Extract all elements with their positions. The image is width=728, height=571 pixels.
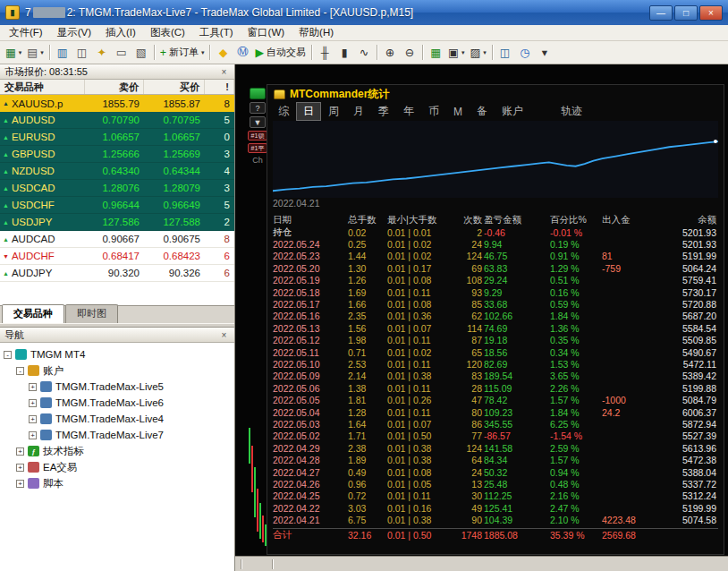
mtc-tab-账户[interactable]: 账户: [495, 102, 530, 121]
tile-windows-button[interactable]: ◫: [495, 43, 515, 62]
menu-item-5[interactable]: 窗口(W): [241, 25, 292, 40]
stats-row[interactable]: 2022.04.281.890.01 | 0.386484.341.57 %54…: [273, 454, 718, 465]
mw-col-3[interactable]: !: [205, 80, 234, 94]
mtc-tab-M[interactable]: M: [446, 104, 470, 120]
periods-button[interactable]: ▣▾: [445, 43, 467, 62]
profiles-button[interactable]: ▤▾: [24, 43, 46, 62]
data-window-button[interactable]: ◫: [72, 43, 92, 62]
tree-item[interactable]: +TMGM.TradeMax-Live5: [4, 379, 234, 395]
quick-close-button[interactable]: #1平: [248, 143, 267, 153]
stats-row[interactable]: 2022.05.131.560.01 | 0.0711474.691.36 %5…: [273, 322, 718, 334]
tree-item[interactable]: +脚本: [4, 475, 234, 491]
tree-item[interactable]: +EA交易: [4, 459, 234, 475]
tree-item[interactable]: +TMGM.TradeMax-Live6: [4, 395, 234, 411]
stats-row[interactable]: 2022.05.041.280.01 | 0.1180109.231.84 %2…: [273, 406, 718, 418]
menu-item-6[interactable]: 帮助(H): [292, 25, 341, 40]
chevron-down-icon[interactable]: ▾: [19, 49, 22, 56]
mw-col-2[interactable]: 买价: [144, 80, 205, 94]
collapse-arrow-button[interactable]: ▼: [250, 116, 266, 128]
terminal-button[interactable]: ▭: [112, 43, 131, 62]
market-watch-row[interactable]: ▲USDJPY127.586127.5882: [0, 214, 234, 231]
stats-row[interactable]: 2022.05.121.980.01 | 0.118719.180.35 %55…: [273, 335, 718, 346]
tree-item[interactable]: +TMGM.TradeMax-Live4: [4, 411, 234, 427]
menu-item-0[interactable]: 文件(F): [2, 25, 50, 40]
chevron-down-icon[interactable]: ▾: [483, 49, 487, 56]
mtc-tab-币[interactable]: 币: [421, 102, 446, 121]
mtc-tab-日[interactable]: 日: [296, 102, 321, 121]
stats-row[interactable]: 2022.05.102.530.01 | 0.1112082.691.53 %5…: [273, 358, 718, 370]
market-watch-row[interactable]: ▼AUDCHF0.684170.684236: [0, 248, 234, 265]
stats-row[interactable]: 2022.05.181.690.01 | 0.11939.290.16 %573…: [273, 286, 718, 298]
zoom-out-button[interactable]: ⊖: [400, 43, 419, 62]
expand-icon[interactable]: +: [29, 431, 37, 439]
mtc-tab-年[interactable]: 年: [396, 102, 421, 121]
mtc-tab-轨迹[interactable]: 轨迹: [554, 102, 589, 121]
maximize-button[interactable]: □: [674, 5, 698, 21]
expand-icon[interactable]: +: [29, 415, 37, 423]
stats-row[interactable]: 持仓0.020.01 | 0.012-0.46-0.01 %5201.93: [273, 226, 718, 238]
tree-item[interactable]: +TMGM.TradeMax-Live7: [4, 427, 234, 443]
market-watch-button[interactable]: ▥: [53, 43, 72, 62]
expand-icon[interactable]: +: [16, 447, 24, 456]
line-chart-button[interactable]: ∿: [354, 43, 374, 62]
quick-lock-button[interactable]: #1锁: [248, 131, 267, 141]
expand-icon[interactable]: +: [16, 464, 24, 472]
stats-row[interactable]: 2022.05.191.260.01 | 0.0810829.240.51 %5…: [273, 275, 718, 286]
mw-col-0[interactable]: 交易品种: [0, 80, 85, 94]
navigator-button[interactable]: ✦: [92, 43, 112, 62]
strategy-tester-button[interactable]: ▧: [131, 43, 151, 62]
stats-row[interactable]: 2022.04.270.490.01 | 0.082450.320.94 %53…: [273, 466, 718, 478]
close-icon[interactable]: ×: [218, 329, 230, 341]
candlestick-button[interactable]: ▮: [334, 43, 354, 62]
market-watch-row[interactable]: ▲AUDJPY90.32090.3266: [0, 265, 234, 282]
chevron-down-icon[interactable]: ▾: [201, 49, 205, 56]
menu-item-4[interactable]: 工具(T): [192, 25, 241, 40]
expand-icon[interactable]: +: [29, 383, 37, 391]
stats-row[interactable]: 2022.04.216.750.01 | 0.3890104.392.10 %4…: [273, 514, 718, 525]
menu-item-1[interactable]: 显示(V): [50, 25, 98, 40]
mql5-button[interactable]: Ⓜ: [233, 43, 252, 62]
mtc-tab-季[interactable]: 季: [371, 102, 396, 121]
stats-row[interactable]: 2022.05.201.300.01 | 0.176963.831.29 %-7…: [273, 262, 718, 274]
expand-icon[interactable]: +: [29, 399, 37, 407]
stats-row[interactable]: 2022.05.051.810.01 | 0.264778.421.57 %-1…: [273, 394, 718, 405]
one-click-trading-button[interactable]: [250, 88, 266, 99]
new-order-button[interactable]: +新订单▾: [157, 43, 207, 62]
metaeditor-button[interactable]: ◆: [213, 43, 233, 62]
minimize-button[interactable]: —: [649, 5, 673, 21]
tab-即时图[interactable]: 即时图: [65, 304, 118, 323]
market-watch-row[interactable]: ▲NZDUSD0.643400.643444: [0, 163, 234, 180]
stats-row[interactable]: 2022.05.021.710.01 | 0.5077-86.57-1.54 %…: [273, 430, 718, 442]
market-watch-row[interactable]: ▲USDCHF0.966440.966495: [0, 197, 234, 214]
clock-button[interactable]: ◷: [515, 43, 535, 62]
stats-row[interactable]: 2022.05.061.380.01 | 0.1128115.092.26 %5…: [273, 382, 718, 394]
tab-交易品种[interactable]: 交易品种: [2, 304, 64, 323]
stats-row[interactable]: 2022.04.260.960.01 | 0.051325.480.48 %53…: [273, 478, 718, 490]
tree-item[interactable]: +ƒ技术指标: [4, 443, 234, 459]
new-chart-button[interactable]: ▦▾: [3, 43, 24, 62]
autotrading-button[interactable]: ▶自动交易: [252, 43, 309, 62]
mtc-tab-月[interactable]: 月: [346, 102, 371, 121]
indicators-button[interactable]: ▦: [426, 43, 445, 62]
chevron-down-icon[interactable]: ▾: [461, 49, 465, 56]
stats-row[interactable]: 2022.05.171.660.01 | 0.088533.680.59 %57…: [273, 298, 718, 310]
stats-row[interactable]: 2022.05.240.250.01 | 0.02249.940.19 %520…: [273, 238, 718, 250]
help-button[interactable]: ?: [250, 102, 266, 114]
mtc-tab-周[interactable]: 周: [321, 102, 346, 121]
collapse-icon[interactable]: -: [16, 367, 24, 375]
market-watch-row[interactable]: ▲USDCAD1.280761.280793: [0, 180, 234, 197]
market-watch-row[interactable]: ▲GBPUSD1.256661.256693: [0, 146, 234, 163]
bar-chart-button[interactable]: ╫: [315, 43, 334, 62]
stats-row[interactable]: 2022.05.162.350.01 | 0.3662102.661.84 %5…: [273, 311, 718, 322]
expand-icon[interactable]: +: [16, 480, 24, 488]
market-watch-row[interactable]: ▲EURUSD1.066571.066570: [0, 129, 234, 146]
stats-row[interactable]: 2022.05.231.440.01 | 0.0212446.750.91 %8…: [273, 251, 718, 262]
toolbar-overflow-button[interactable]: ▾: [535, 43, 554, 62]
close-button[interactable]: ×: [699, 5, 723, 21]
tree-item[interactable]: -账户: [4, 362, 234, 379]
chevron-down-icon[interactable]: ▾: [40, 49, 44, 56]
menu-item-2[interactable]: 插入(I): [98, 25, 143, 40]
mtc-tab-综[interactable]: 综: [271, 102, 296, 121]
zoom-in-button[interactable]: ⊕: [380, 43, 400, 62]
stats-row[interactable]: 2022.04.292.380.01 | 0.38124141.582.59 %…: [273, 442, 718, 454]
